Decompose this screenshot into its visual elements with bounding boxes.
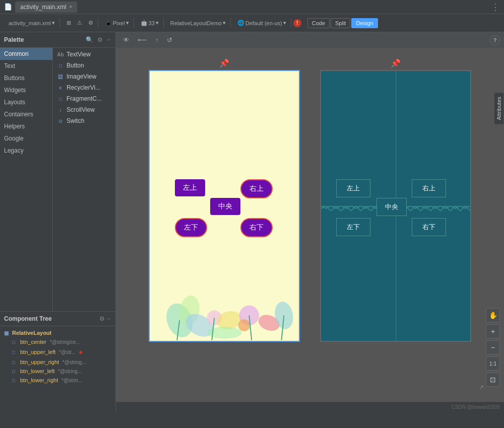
category-text[interactable]: Text (0, 60, 52, 72)
title-bar: 📄 activity_main.xml × ⋮ (0, 0, 504, 14)
tree-item-relative-layout[interactable]: ▦ RelativeLayout (2, 328, 113, 337)
design-canvas[interactable]: 📌 (116, 48, 504, 402)
preview-screen[interactable]: 左上 右上 中央 左下 右下 (149, 70, 300, 342)
flower-decoration (150, 240, 299, 341)
file-tab[interactable]: activity_main.xml × (15, 2, 77, 13)
tree-settings-btn[interactable]: ⚙ (98, 314, 106, 323)
recyclerview-label: RecyclerVi... (67, 84, 100, 91)
refresh-btn[interactable]: ↺ (164, 35, 175, 45)
split-mode-btn[interactable]: Split (331, 18, 350, 28)
btn-lower-left-ref: *@string... (57, 369, 82, 374)
preview-btn-center[interactable]: 中央 (210, 198, 240, 215)
zoom-out-btn[interactable]: − (486, 340, 500, 354)
file-tab-label: activity_main.xml (20, 4, 66, 11)
preview-btn-upper-left[interactable]: 左上 (175, 179, 205, 196)
zoom-in-btn[interactable]: + (486, 324, 500, 338)
component-tree: Component Tree ⚙ − ▦ RelativeLayout □ bt… (0, 311, 115, 412)
btn-upper-left-icon: □ (12, 349, 18, 355)
fit-btn[interactable]: 1:1 (486, 356, 500, 371)
preview-btn-lower-right[interactable]: 右下 (240, 218, 273, 237)
palette-item-textview[interactable]: Ab TextView (54, 49, 114, 60)
btn-upper-right-icon: □ (12, 360, 18, 365)
tree-item-btn-lower-left[interactable]: □ btn_lower_left *@string... (2, 367, 113, 376)
magnet-icon-btn[interactable]: ⚙ (86, 18, 96, 28)
error-badge[interactable]: ! (293, 19, 301, 27)
btn-center-ref: *@string/ce... (48, 339, 80, 345)
view-mode-group: Code Split Design (307, 18, 378, 28)
palette-minimize-btn[interactable]: − (106, 35, 111, 44)
action-icons-group: ⊞ ⚠ ⚙ (62, 18, 98, 28)
tree-item-btn-upper-left[interactable]: □ btn_upper_left *@str... ● (2, 346, 113, 358)
device-btn[interactable]: 📱 Pixel ▾ (102, 18, 132, 28)
btn-lower-left-name: btn_lower_left (20, 368, 55, 374)
palette-title: Palette (4, 36, 85, 43)
second-toolbar: 👁 ⟵ ↑ ↺ ? (116, 32, 504, 48)
palette-settings-btn[interactable]: ⚙ (96, 35, 104, 44)
close-tab-icon[interactable]: × (69, 4, 72, 10)
hand-tool-btn[interactable]: ✋ (486, 308, 500, 322)
palette-search-btn[interactable]: 🔍 (85, 35, 94, 44)
category-google[interactable]: Google (0, 132, 52, 145)
fit-screen-btn[interactable]: ⊡ (486, 373, 500, 387)
category-widgets[interactable]: Widgets (0, 84, 52, 96)
blueprint-screen[interactable]: 左上 右上 中央 左下 右下 (320, 70, 471, 342)
project-btn[interactable]: RelativeLayoutDemo ▾ (168, 18, 228, 28)
category-layouts[interactable]: Layouts (0, 96, 52, 108)
window-menu-icon[interactable]: ⋮ (491, 2, 500, 13)
resize-handle[interactable]: ↗ (479, 384, 484, 391)
palette-item-button[interactable]: □ Button (54, 60, 114, 71)
palette-item-switch[interactable]: ⊙ Switch (54, 115, 114, 126)
palette-body: Common Text Buttons Widgets Layouts Cont… (0, 48, 115, 311)
btn-center-icon: □ (12, 339, 18, 345)
tree-item-btn-lower-right[interactable]: □ btn_lower_right *@strin... (2, 376, 113, 385)
category-buttons[interactable]: Buttons (0, 72, 52, 84)
locale-btn[interactable]: 🌐 Default (en-us) ▾ (235, 18, 289, 28)
preview-phone-frame: 📌 (149, 58, 300, 342)
preview-pin-icon: 📌 (219, 58, 229, 68)
btn-center-name: btn_center (20, 339, 46, 345)
tree-item-btn-upper-right[interactable]: □ btn_upper_right *@string... (2, 358, 113, 367)
category-containers[interactable]: Containers (0, 108, 52, 120)
imageview-label: ImageView (67, 73, 96, 80)
design-mode-btn[interactable]: Design (351, 18, 377, 28)
preview-btn-upper-right[interactable]: 右上 (240, 179, 273, 198)
eye-btn[interactable]: 👁 (120, 35, 133, 45)
attributes-tab[interactable]: Attributes (494, 93, 504, 124)
top-toolbar: activity_main.xml ▾ ⊞ ⚠ ⚙ 📱 Pixel ▾ 🤖 33… (0, 14, 504, 32)
tree-item-btn-center[interactable]: □ btn_center *@string/ce... (2, 337, 113, 346)
warn-icon-btn[interactable]: ⚠ (75, 18, 85, 28)
blueprint-btn-lower-right[interactable]: 右下 (412, 218, 446, 236)
category-common[interactable]: Common (0, 48, 52, 60)
blueprint-btn-upper-right[interactable]: 右上 (412, 179, 446, 197)
tree-minimize-btn[interactable]: − (106, 314, 111, 323)
category-legacy[interactable]: Legacy (0, 145, 52, 157)
blueprint-btn-center[interactable]: 中央 (376, 198, 407, 216)
back-btn[interactable]: ⟵ (135, 35, 150, 45)
code-mode-btn[interactable]: Code (307, 18, 330, 28)
status-bar: CSDN @howard2005 (116, 402, 504, 412)
layout-icon-btn[interactable]: ⊞ (64, 18, 74, 28)
btn-upper-left-name: btn_upper_left (20, 349, 55, 355)
file-dropdown-btn[interactable]: activity_main.xml ▾ (6, 18, 57, 28)
recyclerview-icon: ≡ (57, 85, 64, 91)
api-group: 🤖 33 ▾ (136, 18, 164, 28)
file-name-label: activity_main.xml (9, 20, 51, 26)
blueprint-btn-lower-left[interactable]: 左下 (336, 218, 370, 236)
bottom-right-tools: ✋ + − 1:1 ⊡ (486, 308, 500, 387)
btn-upper-right-name: btn_upper_right (20, 359, 59, 365)
palette-item-imageview[interactable]: 🖼 ImageView (54, 71, 114, 82)
relative-layout-name: RelativeLayout (12, 330, 51, 336)
component-tree-title: Component Tree (4, 315, 98, 322)
preview-btn-lower-left[interactable]: 左下 (175, 218, 207, 237)
api-btn[interactable]: 🤖 33 ▾ (138, 18, 161, 28)
category-helpers[interactable]: Helpers (0, 120, 52, 132)
project-group: RelativeLayoutDemo ▾ (166, 18, 231, 28)
palette-item-fragment[interactable]: □ FragmentC... (54, 93, 114, 104)
palette-item-scrollview[interactable]: ↕ ScrollView (54, 104, 114, 115)
textview-label: TextView (67, 51, 91, 58)
btn-lower-right-ref: *@strin... (60, 378, 82, 383)
help-btn[interactable]: ? (490, 35, 500, 45)
palette-item-recyclerview[interactable]: ≡ RecyclerVi... (54, 82, 114, 93)
blueprint-btn-upper-left[interactable]: 左上 (336, 179, 370, 197)
up-btn[interactable]: ↑ (152, 35, 162, 45)
